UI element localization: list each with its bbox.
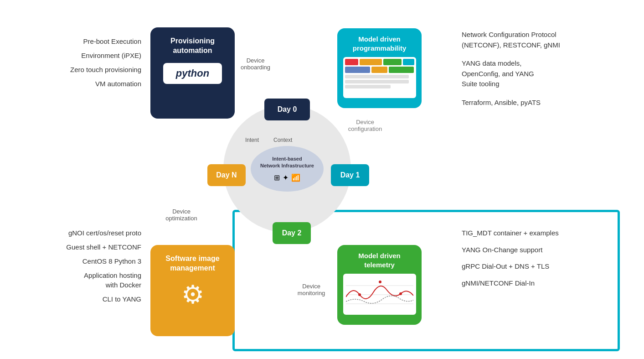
left-bottom-line-2: Guest shell + NETCONF	[14, 242, 141, 252]
left-bottom-line-4: Application hosting with Docker	[14, 271, 141, 290]
device-config-label: Deviceconfiguration	[345, 119, 386, 132]
network-icon-2: ✦	[283, 173, 289, 182]
left-top-line-2: Environment (iPXE)	[14, 51, 141, 60]
right-top-line-3: Terraform, Ansible, pyATS	[462, 98, 630, 108]
mdp-box: Model drivenprogrammability	[337, 28, 422, 108]
device-optim-label: Deviceoptimization	[161, 208, 202, 222]
python-badge: python	[163, 63, 222, 84]
mdt-chart	[343, 274, 416, 315]
svg-point-3	[358, 293, 361, 296]
circle-text: Intent-basedNetwork Infrastructure	[260, 156, 314, 169]
network-icon-1: ⊞	[274, 173, 280, 182]
wifi-icon: 📶	[291, 173, 300, 182]
day0-box: Day 0	[264, 99, 310, 120]
mdp-chart	[343, 57, 416, 98]
software-image-box: Software imagemanagement ⚙	[150, 245, 235, 336]
device-monitor-label: Devicemonitoring	[291, 283, 332, 297]
right-top-line-1: Network Configuration Protocol (NETCONF)…	[462, 30, 630, 50]
circle-icons: ⊞ ✦ 📶	[274, 173, 300, 182]
left-top-line-1: Pre-boot Execution	[14, 36, 141, 46]
left-bottom-line-3: CentOS 8 Python 3	[14, 256, 141, 266]
provisioning-box: Provisioningautomation python	[150, 27, 235, 119]
svg-point-5	[399, 292, 402, 295]
right-top-text-block: Network Configuration Protocol (NETCONF)…	[462, 30, 630, 116]
context-label: Context	[273, 137, 292, 143]
dayn-box: Day N	[207, 164, 246, 186]
main-container: Pre-boot Execution Environment (iPXE) Ze…	[0, 0, 644, 359]
mdp-title: Model drivenprogrammability	[353, 35, 407, 52]
left-top-line-4: VM automation	[14, 79, 141, 88]
right-top-line-2: YANG data models, OpenConfig, and YANG S…	[462, 58, 630, 89]
gear-icon: ⚙	[181, 280, 204, 309]
left-bottom-line-5: CLI to YANG	[14, 294, 141, 304]
day2-box: Day 2	[273, 222, 311, 244]
left-top-line-3: Zero touch provisioning	[14, 65, 141, 74]
left-bottom-text-block: gNOI cert/os/reset proto Guest shell + N…	[14, 228, 141, 308]
softimg-title: Software imagemanagement	[165, 254, 219, 273]
svg-point-4	[379, 281, 381, 283]
mdt-title: Model driventelemetry	[358, 251, 401, 269]
left-top-text-block: Pre-boot Execution Environment (iPXE) Ze…	[14, 36, 141, 93]
device-onboarding-label: Deviceonboarding	[241, 57, 270, 71]
day1-box: Day 1	[331, 164, 369, 186]
intent-label: Intent	[245, 137, 259, 143]
mdt-box: Model driventelemetry	[337, 245, 422, 325]
prov-title: Provisioningautomation	[170, 36, 215, 56]
left-bottom-line-1: gNOI cert/os/reset proto	[14, 228, 141, 238]
circle-inner-ellipse: Intent-basedNetwork Infrastructure ⊞ ✦ 📶	[251, 146, 324, 192]
